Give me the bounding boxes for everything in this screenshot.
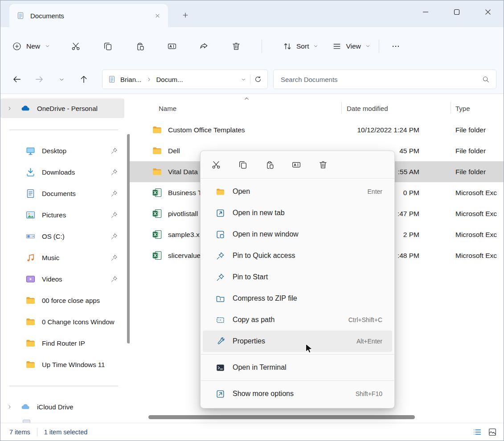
context-cut-button[interactable]: [211, 160, 221, 170]
sidebar-item-music[interactable]: Music: [0, 247, 125, 268]
sidebar-item-up-time-windows-11[interactable]: Up Time WIndows 11: [0, 354, 125, 375]
file-name-cell: Vital Data: [152, 161, 198, 182]
excel-icon: [152, 188, 162, 198]
new-tab-icon: [216, 208, 225, 218]
breadcrumb-segment[interactable]: Docum...: [156, 76, 183, 83]
column-header-date-modified[interactable]: Date modified: [347, 105, 388, 112]
items-count: 7 items: [9, 429, 30, 436]
context-paste-button[interactable]: [265, 160, 275, 170]
close-window-button[interactable]: [472, 0, 504, 24]
explorer-tab[interactable]: Documents: [9, 4, 168, 27]
recent-locations-button[interactable]: [55, 73, 68, 86]
sidebar-item-00-force-close-apps[interactable]: 00 force close apps: [0, 290, 125, 311]
file-type: Microsoft Exc: [455, 182, 497, 203]
sidebar-item-label: Documents: [42, 190, 76, 197]
column-divider[interactable]: [341, 102, 342, 114]
sort-button[interactable]: Sort: [283, 41, 319, 51]
expander-chevron-icon[interactable]: [7, 404, 12, 410]
file-name-cell: sample3.x: [152, 224, 200, 245]
folder-icon: [152, 125, 162, 135]
paste-button[interactable]: [135, 41, 145, 51]
chevron-down-icon[interactable]: [241, 77, 246, 82]
delete-icon: [318, 160, 328, 170]
refresh-icon[interactable]: [254, 75, 262, 83]
status-bar: 7 items 1 item selected: [0, 423, 504, 441]
sidebar-separator: [9, 386, 118, 386]
window-controls: [410, 0, 504, 24]
share-button[interactable]: [199, 41, 209, 51]
delete-icon: [231, 41, 241, 51]
tab-close-button[interactable]: [154, 12, 161, 19]
breadcrumb-segment[interactable]: Brian...: [120, 76, 142, 83]
file-type: Microsoft Exc: [455, 203, 497, 224]
menu-item-copy-as-path[interactable]: Copy as pathCtrl+Shift+C: [203, 309, 392, 331]
new-button[interactable]: New: [12, 41, 50, 51]
minimize-button[interactable]: [410, 0, 441, 24]
menu-item-pin-to-quick-access[interactable]: Pin to Quick access: [203, 245, 392, 266]
folder-icon: [25, 338, 36, 348]
back-button[interactable]: [10, 73, 24, 86]
titlebar: Documents: [0, 0, 504, 27]
context-copy-button[interactable]: [238, 160, 248, 170]
file-date-modified: 10/12/2022 1:24 PM: [330, 119, 419, 140]
sidebar-item-label: OS (C:): [42, 233, 65, 240]
view-icon: [332, 41, 342, 51]
search-box[interactable]: [273, 69, 496, 89]
sidebar-item-documents[interactable]: Documents: [0, 183, 125, 204]
breadcrumb[interactable]: Brian... Docum...: [102, 69, 268, 89]
menu-item-label: Open in new window: [233, 230, 299, 238]
music-icon: [25, 253, 36, 263]
rename-button[interactable]: [167, 41, 177, 51]
menu-item-compress-to-zip-file[interactable]: Compress to ZIP file: [203, 288, 392, 309]
menu-item-shortcut: Enter: [368, 188, 382, 195]
file-name: Dell: [168, 147, 180, 155]
sidebar-item-videos[interactable]: Videos: [0, 268, 125, 290]
column-divider[interactable]: [451, 102, 451, 114]
view-button[interactable]: View: [332, 41, 370, 51]
column-header-name[interactable]: Name: [159, 105, 176, 112]
sidebar-separator: [9, 130, 118, 130]
up-button[interactable]: [77, 73, 90, 86]
search-input[interactable]: [280, 75, 477, 84]
sidebar-item-os-c[interactable]: OS (C:): [0, 225, 125, 247]
file-type: File folder: [455, 119, 486, 140]
menu-item-properties[interactable]: PropertiesAlt+Enter: [203, 331, 392, 352]
menu-item-pin-to-start[interactable]: Pin to Start: [203, 266, 392, 288]
paste-icon: [135, 41, 145, 51]
menu-item-open-in-new-window[interactable]: Open in new window: [203, 224, 392, 245]
folder-icon: [152, 146, 162, 156]
file-name: sample3.x: [168, 231, 200, 239]
expander-chevron-icon[interactable]: [7, 106, 12, 111]
sidebar-item-desktop[interactable]: Desktop: [0, 140, 125, 161]
sidebar-item-label: Pictures: [42, 211, 66, 219]
sidebar-item-icloud[interactable]: iCloud Drive: [0, 397, 125, 416]
context-menu-quick-actions: [201, 151, 394, 179]
maximize-button[interactable]: [441, 0, 472, 24]
context-delete-button[interactable]: [318, 160, 328, 170]
details-view-icon[interactable]: [472, 427, 482, 437]
sidebar-item-downloads[interactable]: Downloads: [0, 161, 125, 183]
delete-button[interactable]: [231, 41, 241, 51]
see-more-button[interactable]: [390, 41, 402, 51]
menu-item-show-more-options[interactable]: Show more optionsShift+F10: [203, 383, 392, 404]
file-name-cell: slicervalue: [152, 245, 201, 266]
copy-button[interactable]: [103, 41, 113, 51]
new-button-label: New: [26, 42, 40, 50]
horizontal-scrollbar[interactable]: [148, 415, 415, 419]
menu-item-open[interactable]: OpenEnter: [203, 181, 392, 202]
column-header-type[interactable]: Type: [455, 105, 470, 112]
menu-item-open-in-terminal[interactable]: Open in Terminal: [203, 357, 392, 378]
sidebar-item-find-router-ip[interactable]: Find Router IP: [0, 332, 125, 354]
sidebar-item-pictures[interactable]: Pictures: [0, 204, 125, 225]
forward-button[interactable]: [33, 73, 46, 86]
file-type: File folder: [455, 161, 486, 182]
file-row-custom-office-templates[interactable]: Custom Office Templates10/12/2022 1:24 P…: [130, 119, 504, 140]
sidebar-item-onedrive[interactable]: OneDrive - Personal: [0, 98, 124, 118]
context-rename-button[interactable]: [291, 160, 301, 170]
cut-button[interactable]: [71, 41, 81, 51]
menu-item-open-in-new-tab[interactable]: Open in new tab: [203, 202, 392, 224]
new-tab-button[interactable]: [180, 9, 191, 21]
menu-item-label: Open in new tab: [233, 209, 285, 217]
sidebar-item-0-change-icons-window[interactable]: 0 Change Icons Window: [0, 311, 125, 332]
large-icons-view-icon[interactable]: [488, 427, 497, 437]
